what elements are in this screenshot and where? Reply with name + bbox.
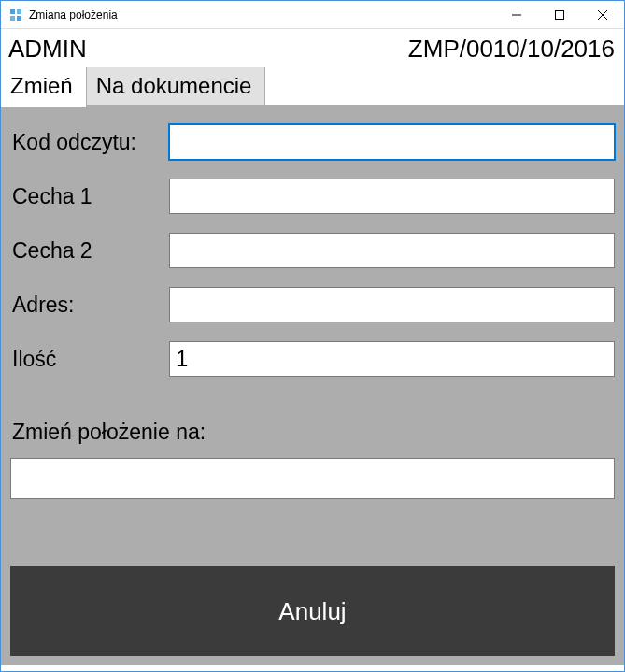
minimize-button[interactable] — [495, 1, 538, 28]
input-change-location[interactable] — [10, 458, 615, 499]
close-button[interactable] — [581, 1, 624, 28]
user-label: ADMIN — [8, 35, 87, 64]
input-kod-odczytu[interactable] — [169, 124, 615, 160]
label-cecha2: Cecha 2 — [10, 238, 169, 264]
label-change-location: Zmień położenie na: — [10, 420, 615, 445]
row-cecha1: Cecha 1 — [10, 179, 615, 214]
input-adres[interactable] — [169, 287, 615, 322]
spacer — [10, 499, 615, 548]
svg-rect-5 — [556, 10, 564, 19]
header: ADMIN ZMP/0010/10/2016 — [1, 29, 624, 67]
svg-rect-1 — [17, 9, 21, 14]
row-ilosc: Ilość — [10, 341, 615, 377]
document-number: ZMP/0010/10/2016 — [408, 35, 615, 64]
window-controls — [495, 1, 624, 28]
label-cecha1: Cecha 1 — [10, 184, 169, 209]
label-ilosc: Ilość — [10, 347, 169, 372]
svg-rect-3 — [17, 16, 21, 21]
input-ilosc[interactable] — [169, 341, 615, 377]
cancel-button[interactable]: Anuluj — [10, 566, 615, 656]
content: Kod odczytu: Cecha 1 Cecha 2 Adres: Iloś… — [1, 107, 624, 665]
app-icon — [8, 7, 23, 22]
tab-change[interactable]: Zmień — [1, 67, 87, 105]
titlebar: Zmiana położenia — [1, 1, 624, 29]
change-location-section: Zmień położenie na: — [10, 420, 615, 499]
maximize-button[interactable] — [538, 1, 581, 28]
input-cecha2[interactable] — [169, 233, 615, 268]
row-kod-odczytu: Kod odczytu: — [10, 124, 615, 160]
input-cecha1[interactable] — [169, 179, 615, 214]
label-kod-odczytu: Kod odczytu: — [10, 130, 169, 155]
window-title: Zmiana położenia — [29, 8, 495, 21]
row-cecha2: Cecha 2 — [10, 233, 615, 268]
tabs: Zmień Na dokumencie — [1, 67, 624, 107]
tab-on-document[interactable]: Na dokumencie — [87, 67, 266, 105]
label-adres: Adres: — [10, 293, 169, 318]
svg-rect-0 — [10, 9, 15, 14]
svg-rect-2 — [10, 16, 15, 21]
row-adres: Adres: — [10, 287, 615, 322]
